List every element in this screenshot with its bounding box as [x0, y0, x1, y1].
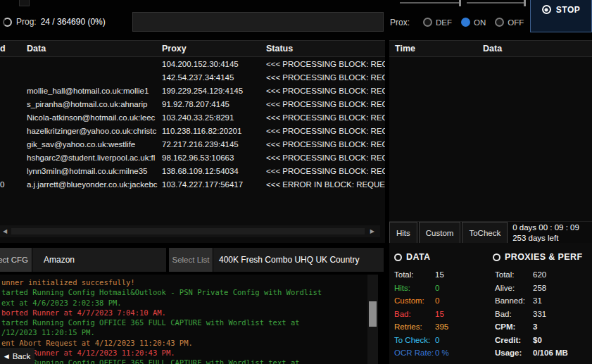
- slider-handle[interactable]: [459, 0, 461, 6]
- table-row[interactable]: mollie_hall@hotmail.co.uk:mollie1199.229…: [0, 84, 385, 97]
- scrollbar-thumb[interactable]: [11, 228, 365, 234]
- stat-value: 15: [435, 270, 444, 279]
- stat-value: 331: [533, 310, 546, 318]
- scroll-right-icon[interactable]: ▶: [370, 228, 374, 234]
- proxy-stat-row: Banned:31: [495, 294, 568, 308]
- radio-icon[interactable]: [423, 18, 432, 27]
- results-table-body: 104.200.152.30:4145<<< PROCESSING BLOCK:…: [0, 57, 385, 191]
- table-row[interactable]: hshgarc2@student.liverpool.ac.uk:fl98.16…: [0, 151, 385, 164]
- stop-button[interactable]: STOP: [530, 0, 592, 32]
- cell-status: <<< ERROR IN BLOCK: REQUE: [266, 180, 385, 189]
- log-line: borted Runner at 4/12/2023 11:20:43 PM.: [1, 348, 367, 358]
- scroll-left-icon[interactable]: ◀: [3, 228, 7, 234]
- cell-data: hshgarc2@student.liverpool.ac.uk:fl: [21, 153, 160, 162]
- cell-data: lynn3miln@hotmail.co.uk:milne35: [21, 167, 160, 175]
- stat-label: Bad:: [495, 310, 533, 318]
- table-row[interactable]: 142.54.237.34:4145<<< PROCESSING BLOCK: …: [0, 70, 385, 84]
- cell-proxy: 138.68.109.12:54034: [160, 167, 266, 175]
- cell-data: Nicola-atkinson@hotmail.co.uk:leec: [21, 113, 160, 122]
- stat-label: Usage:: [495, 349, 533, 357]
- proxy-stats-header: PROXIES & PERF: [493, 252, 582, 262]
- proxy-stat-row: Alive:258: [495, 282, 568, 295]
- cell-proxy: 110.238.116.82:20201: [160, 127, 266, 135]
- stat-value: 0 %: [435, 349, 449, 357]
- data-stats-header: DATA: [394, 252, 430, 262]
- log-line: ent Abort Request at 4/12/2023 11:20:43 …: [1, 338, 367, 348]
- cell-status: <<< PROCESSING BLOCK: REC: [266, 140, 385, 149]
- log-line: tarted Running Config OFFICE 365 FULL CA…: [1, 318, 367, 327]
- tab-hits[interactable]: Hits: [389, 222, 417, 244]
- log-line: tarted Running Config OFFICE 365 FULL CA…: [1, 358, 367, 364]
- select-cfg-button[interactable]: elect CFG: [0, 248, 32, 272]
- tab-custom[interactable]: Custom: [419, 222, 461, 244]
- tab-tocheck[interactable]: ToCheck: [462, 222, 508, 244]
- proxy-options: DEFONOFF: [423, 16, 524, 28]
- horizontal-scrollbar[interactable]: ◀ ▶: [0, 225, 380, 237]
- proxy-option-on[interactable]: ON: [461, 18, 486, 27]
- slider-handle[interactable]: [524, 0, 526, 6]
- results-table-header: d Data Proxy Status: [0, 41, 385, 57]
- col-header-status: Status: [266, 44, 385, 54]
- stat-value: 3: [533, 322, 537, 331]
- stat-label: Credit:: [495, 336, 533, 344]
- proxy-stats-title: PROXIES & PERF: [505, 252, 582, 262]
- cell-id: 0: [0, 180, 21, 189]
- col-header-capture-data: Data: [477, 44, 592, 54]
- proxies-icon: [493, 253, 500, 261]
- cell-data: gik_sav@yahoo.co.uk:westlife: [21, 140, 160, 149]
- data-stat-row: OCR Rate:0 %: [394, 346, 449, 360]
- table-row[interactable]: 0a.j.jarrett@blueyonder.co.uk:jackebc103…: [0, 177, 385, 191]
- cell-data: s_piranha@hotmail.co.uk:ahnarip: [21, 100, 160, 108]
- proxy-option-off[interactable]: OFF: [495, 18, 524, 27]
- stat-label: CPM:: [495, 322, 533, 331]
- cell-proxy: 142.54.237.34:4145: [160, 73, 266, 82]
- slider-track[interactable]: [467, 2, 525, 4]
- timer-remaining: 253 days left: [512, 233, 579, 244]
- radio-label: OFF: [508, 18, 524, 27]
- cell-status: <<< PROCESSING BLOCK: REC: [266, 127, 385, 135]
- table-row[interactable]: gik_sav@yahoo.co.uk:westlife72.217.216.2…: [0, 137, 385, 151]
- cell-proxy: 72.217.216.239:4145: [160, 140, 266, 149]
- cell-data: a.j.jarrett@blueyonder.co.uk:jackebc: [21, 180, 160, 189]
- slider-track[interactable]: [400, 2, 460, 4]
- data-stat-row: Bad:15: [394, 308, 449, 321]
- radio-icon[interactable]: [461, 18, 470, 27]
- cell-status: <<< PROCESSING BLOCK: REC: [266, 73, 385, 82]
- cell-proxy: 103.240.33.25:8291: [160, 113, 266, 122]
- cell-data: mollie_hall@hotmail.co.uk:mollie1: [21, 87, 160, 95]
- log-output: unner initialized succesfully!tarted Run…: [0, 275, 367, 364]
- cell-status: <<< PROCESSING BLOCK: REC: [266, 167, 385, 175]
- progress-label: Prog:: [16, 17, 37, 27]
- proxy-stat-row: Credit:$0: [495, 334, 568, 347]
- proxy-option-def[interactable]: DEF: [423, 18, 452, 27]
- cell-status: <<< PROCESSING BLOCK: REC: [266, 87, 385, 95]
- select-list-button[interactable]: Select List: [169, 248, 213, 272]
- data-stat-row: Hits:0: [394, 282, 449, 295]
- stat-value: 395: [435, 322, 448, 331]
- table-row[interactable]: lynn3miln@hotmail.co.uk:milne35138.68.10…: [0, 164, 385, 177]
- data-stat-row: Custom:0: [394, 294, 449, 308]
- command-input[interactable]: [132, 12, 384, 32]
- radio-icon[interactable]: [495, 18, 504, 27]
- list-name-field: 400K Fresh Combo UHQ UK Country: [213, 248, 384, 272]
- log-line: unner initialized succesfully!: [1, 277, 367, 287]
- proxy-stat-row: CPM:3: [495, 320, 568, 334]
- log-scrollbar-thumb[interactable]: [369, 301, 377, 327]
- back-button[interactable]: ◀ Back: [0, 348, 34, 364]
- stat-label: OCR Rate:: [394, 349, 435, 357]
- capture-table-header: Time Data: [389, 41, 592, 57]
- col-header-time: Time: [389, 44, 477, 54]
- stat-label: Total:: [394, 270, 435, 279]
- capture-panel: Time Data HitsCustomToCheck 0 days 00 : …: [389, 40, 592, 243]
- table-row[interactable]: Nicola-atkinson@hotmail.co.uk:leec103.24…: [0, 111, 385, 124]
- table-row[interactable]: hazelkritzinger@yahoo.co.uk:christc110.2…: [0, 124, 385, 137]
- cell-proxy: 199.229.254.129:4145: [160, 87, 266, 95]
- data-stats-rows: Total:15Hits:0Custom:0Bad:15Retries:395T…: [394, 268, 449, 360]
- stat-value: 15: [435, 310, 444, 318]
- table-row[interactable]: s_piranha@hotmail.co.uk:ahnarip91.92.78.…: [0, 97, 385, 111]
- stat-label: Total:: [495, 270, 533, 279]
- stat-value: 0: [435, 296, 439, 305]
- log-scrollbar[interactable]: [367, 275, 378, 364]
- table-row[interactable]: 104.200.152.30:4145<<< PROCESSING BLOCK:…: [0, 57, 385, 70]
- cell-data: hazelkritzinger@yahoo.co.uk:christc: [21, 127, 160, 135]
